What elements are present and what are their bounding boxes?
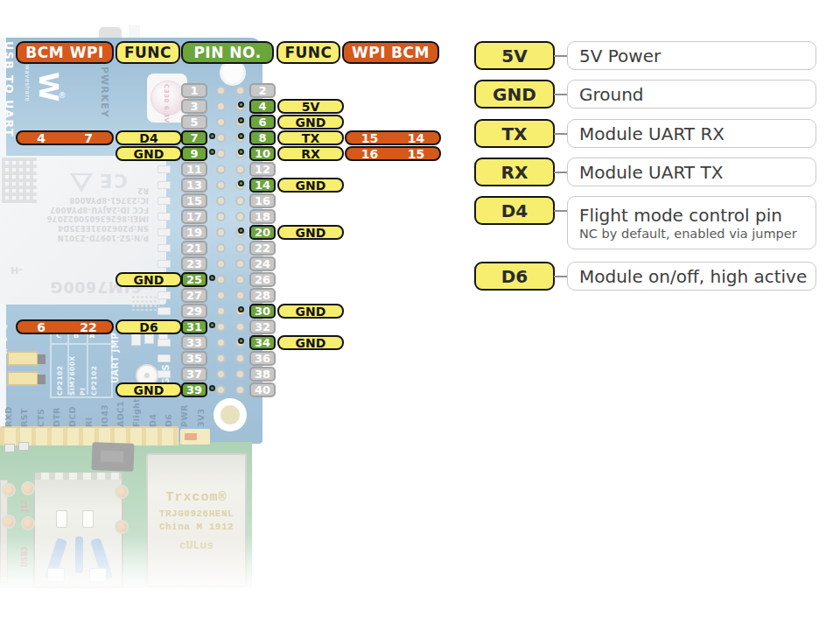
legend-connector [554,133,568,135]
pin-hole [216,86,226,95]
pin-hole [235,86,245,95]
pin-hole [216,291,226,300]
copper-pad [21,481,35,495]
ethernet-model-text: TRJG0926HENL [148,508,245,519]
pin-stub-dot [238,338,244,344]
board-top-component [129,25,140,39]
uart-jmp-silkscreen: UART JMP [110,333,120,383]
func-badge-pin7: D4 [116,130,182,145]
func-badge-pin14: GND [277,178,344,193]
pin-hole [235,243,245,253]
wpi-bcm-value: 15 [393,147,439,161]
pin-stub-dot [238,149,244,155]
shield-text-line: IC:23761-8PYA008 [9,195,149,205]
pin-stub-dot [209,322,215,328]
pin-hole [235,291,245,300]
pin-badge-8: 8 [249,130,276,145]
board-edge-letter: C [2,325,9,329]
pin-badge-31: 31 [181,319,207,334]
pin-badge-3: 3 [181,99,207,114]
legend-desc-d6: Module on/off, high active [567,262,816,291]
smd-resistor-group [4,442,34,465]
legend-title: Module UART RX [579,123,724,144]
solder-pad [158,181,171,189]
legend-connector [554,276,568,277]
legend-title: Module on/off, high active [579,266,807,287]
pin-hole [216,243,226,253]
header-pin-no: PIN NO. [181,41,274,64]
pin-hole [235,212,245,221]
pin-stub-dot [209,149,215,155]
pin-badge-4: 4 [249,99,276,114]
legend-desc-rx: Module UART TX [567,158,816,186]
legend-desc-gnd: Ground [567,80,816,109]
pin-badge-22: 22 [249,241,276,256]
jumper-cap [7,351,38,366]
legend-badge-gnd: GND [474,80,555,109]
pin-badge-12: 12 [249,162,276,177]
pin-stub-dot [209,275,215,281]
header-wpi-label: WPI [70,44,104,61]
pin-stub-dot [238,117,244,123]
bcm-wpi-badge-pin7: 47 [16,130,114,145]
capacitor-label: C330 6.3V [163,84,170,123]
pin-hole [216,338,226,347]
pin-stub-dot [238,133,244,139]
pwrkey-silkscreen: PWRKEY [99,67,110,118]
pin-badge-25: 25 [181,272,207,287]
pin-hole [216,133,226,143]
pin-stub-dot [209,385,215,391]
pin-badge-35: 35 [181,351,207,366]
pin-badge-36: 36 [249,351,276,366]
jumper-column-label: CP2102 [56,366,64,396]
legend-connector [554,94,568,95]
pin-badge-10: 10 [249,146,276,161]
wpi-bcm-value: 16 [346,147,393,161]
jumper-cap [7,371,38,386]
func-badge-pin39: GND [116,382,182,397]
usb-contact [56,510,67,528]
pin-hole [216,165,226,174]
copper-pad [2,483,16,497]
pin-badge-17: 17 [181,209,207,224]
pin-hole [216,275,226,284]
copper-pad [115,485,129,499]
pin-hole [235,259,245,269]
bcm-wpi-value: 4 [18,131,65,145]
func-badge-pin4: 5V [277,99,344,114]
pin-hole [216,102,226,111]
board-silkscreen-label: DTR [52,407,61,427]
pin-badge-7: 7 [181,130,207,145]
wpi-bcm-badge-pin10: 1615 [345,146,441,161]
smd-component [131,333,141,346]
pin-badge-28: 28 [249,288,276,303]
jumper-column-label: PI [79,388,87,396]
ethernet-brand-text: Trxcom® [148,490,245,505]
pin-hole [216,354,226,363]
pin-badge-14: 14 [249,178,276,193]
shield-text-line: P/N:SZ-1097D-Z301N [9,233,149,242]
board-silkscreen-label: Flight [131,398,141,427]
copper-pad [21,516,35,530]
table-divider [87,331,88,395]
pin-hole [235,165,245,174]
board-silkscreen-label: PWR [179,404,189,427]
mounting-hole [214,398,247,431]
pin-hole [235,275,245,284]
bcm-wpi-value: 7 [65,131,112,145]
usb-shield-teeth [35,473,122,480]
shield-text-line: FCC ID:2AJYU-8PYA007 [9,205,149,214]
header-wpi-label: WPI [352,44,386,61]
header-func-right: FUNC [276,41,340,64]
legend-badge-5v: 5V [474,41,555,70]
wpi-bcm-value: 14 [393,131,439,145]
pin-hole [216,149,226,158]
pin-badge-15: 15 [181,193,207,208]
func-badge-pin31: D6 [116,319,182,334]
board-silkscreen-label: 3V3 [196,409,206,427]
board-silkscreen-label: DCD [67,406,77,427]
copper-pad [115,520,129,534]
legend-subtitle: NC by default, enabled via jumper [579,226,797,242]
pin-hole [216,180,226,190]
pin-stub-dot [238,102,244,108]
